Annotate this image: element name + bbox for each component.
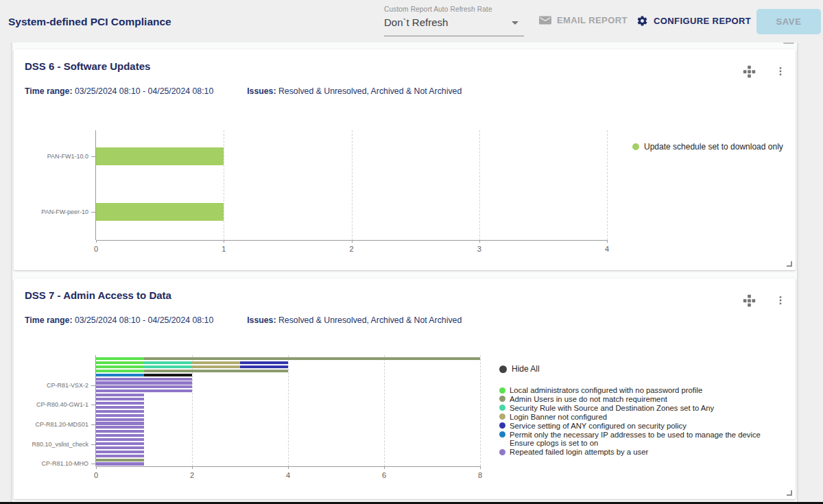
category-label: CP-R81.10-MHO [17,460,88,467]
category-label: PAN-FW-peer-10 [17,208,88,215]
legend-label: Ensure cplogs is set to on [510,439,598,447]
gear-icon [636,15,648,27]
bar-segment [96,438,144,441]
legend-marker [632,143,639,150]
x-axis-tick [479,240,480,243]
legend-label: Service setting of ANY configured on sec… [510,422,687,430]
bar-segment [96,385,192,388]
legend-item[interactable]: Permit only the necessary IP addresses t… [499,431,761,439]
x-axis-tick-label: 2 [182,471,202,479]
bar [96,147,224,165]
legend-label: Admin Users in use do not match requirem… [510,395,667,403]
legend-label: Local administrators configured with no … [510,386,702,394]
gridline [384,355,385,466]
x-axis-tick [607,240,608,243]
bar-segment [96,426,144,429]
bar-segment [96,370,144,372]
email-icon [539,15,551,25]
legend-item[interactable]: Admin Users in use do not match requirem… [499,395,667,403]
legend-marker [499,396,505,402]
x-axis-tick [352,240,353,243]
bar-segment [240,365,288,368]
legend-item[interactable]: Login Banner not configured [499,413,607,421]
gridline [224,130,224,240]
x-axis-tick-label: 0 [86,245,106,253]
email-report-button[interactable]: EMAIL REPORT [539,15,628,25]
bar-segment [96,462,144,465]
bar-segment [144,374,192,376]
y-axis-tick [91,385,95,386]
bar-segment [96,374,144,376]
bar-segment [96,402,144,405]
category-label: CP-R80.40-GW1-1 [17,401,88,408]
legend-item[interactable]: Update schedule set to download only [632,142,783,152]
auto-refresh-dropdown[interactable]: Custom Report Auto Refresh Rate Don`t Re… [384,5,524,36]
gridline [607,130,608,240]
bar-segment [96,459,144,461]
legend-label: Security Rule with Source and Destinatio… [510,404,714,412]
x-axis-tick-label: 0 [86,471,106,479]
legend-item[interactable]: Security Rule with Source and Destinatio… [499,404,714,412]
x-axis-tick-label: 4 [278,471,298,479]
legend-marker [499,431,505,437]
chart-dss6: 01234PAN-FW1-10.0PAN-FW-peer-10Update sc… [14,49,796,270]
bar-segment [96,406,144,409]
bar-segment [96,434,144,437]
legend-item[interactable]: Local administrators configured with no … [499,386,702,394]
bar-segment [144,361,192,364]
bar-segment [144,357,480,360]
legend-item[interactable]: Repeated failed login attempts by a user [499,448,648,456]
gridline [480,355,481,466]
bar-segment [96,394,144,396]
bar-segment [144,370,288,372]
x-axis-tick-label: 3 [469,245,490,253]
email-report-label: EMAIL REPORT [557,15,628,25]
chevron-down-icon [512,21,518,25]
legend-marker [499,422,505,429]
legend-marker [499,387,505,394]
x-axis-tick-label: 8 [470,471,490,479]
legend-marker [499,405,505,411]
category-label: CP-R81-VSX-2 [17,382,88,389]
legend-marker [499,365,507,373]
bar-segment [96,410,144,413]
resize-handle[interactable] [787,490,792,496]
bar-segment [96,389,192,392]
chart-dss7: 02468CP-R81-VSX-2CP-R80.40-GW1-1CP-R81.2… [14,278,796,499]
bar-segment [96,357,144,360]
y-axis-tick [91,212,95,213]
bar-segment [96,422,144,424]
bar-segment [96,446,144,449]
bar-segment [96,418,144,421]
x-axis-tick [96,466,97,469]
bar-segment [96,442,144,445]
resize-handle[interactable] [787,261,792,267]
legend-label: Permit only the necessary IP addresses t… [510,431,761,439]
legend-label: Repeated failed login attempts by a user [510,448,648,456]
legend-item[interactable]: Ensure cplogs is set to on [499,439,598,447]
legend-label: Login Banner not configured [510,413,607,421]
bar-segment [96,398,144,400]
bar-segment [192,365,240,368]
x-axis-tick [480,466,481,469]
category-label: PAN-FW1-10.0 [17,153,88,160]
x-axis-tick [224,240,224,243]
x-axis-tick-label: 2 [342,245,362,253]
configure-report-button[interactable]: CONFIGURE REPORT [636,15,751,27]
save-button[interactable]: SAVE [756,9,821,34]
y-axis-line [95,130,96,240]
gridline [479,130,480,240]
x-axis-tick-label: 1 [213,245,234,253]
dashboard-canvas: DSS 6 - Software Updates Time range: 03/… [12,39,797,504]
legend-hide-all[interactable]: Hide All [499,364,540,374]
legend-item[interactable]: Service setting of ANY configured on sec… [499,422,687,430]
auto-refresh-value[interactable]: Don`t Refresh [384,16,524,36]
category-label: R80.10_vslist_check [17,441,88,448]
auto-refresh-label: Custom Report Auto Refresh Rate [384,5,524,13]
x-axis-tick [192,466,193,469]
legend-marker [499,413,505,420]
legend-label: Update schedule set to download only [644,142,783,152]
category-label: CP-R81.20-MDS01 [17,421,88,428]
x-axis-tick-label: 6 [374,471,394,479]
y-axis-tick [91,405,95,405]
